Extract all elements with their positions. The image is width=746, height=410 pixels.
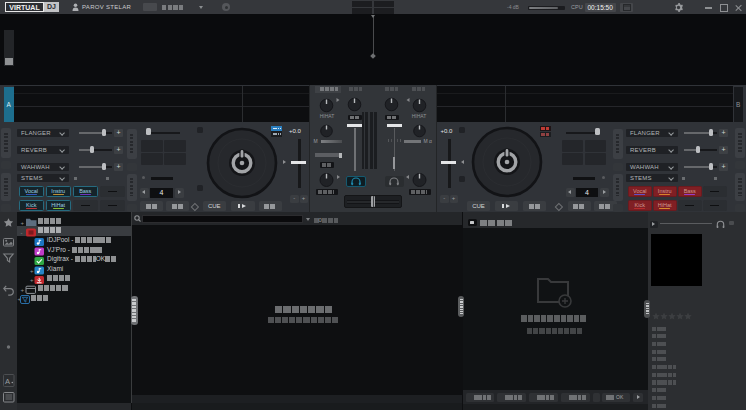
svg-text:-: - bbox=[21, 230, 23, 236]
svg-text:+: + bbox=[21, 287, 25, 293]
svg-text:+: + bbox=[30, 268, 34, 274]
svg-text:+: + bbox=[21, 220, 25, 226]
svg-text:A: A bbox=[5, 377, 10, 386]
svg-text:+: + bbox=[30, 277, 34, 283]
